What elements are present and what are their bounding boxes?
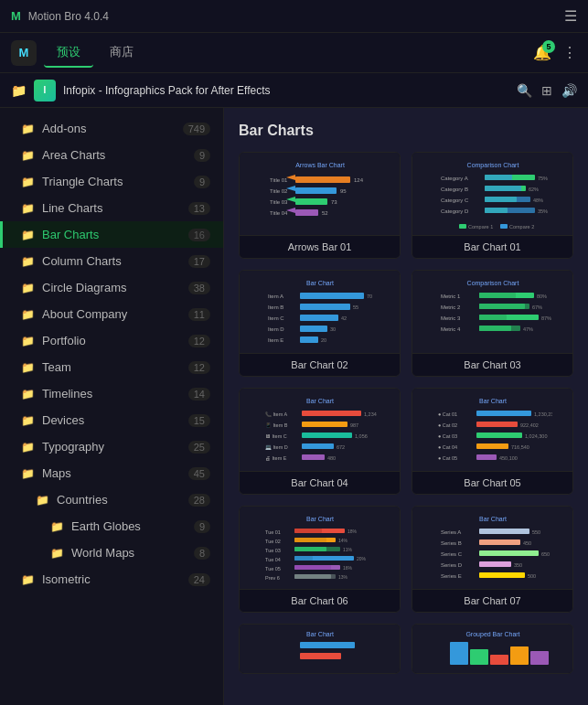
svg-rect-76 (302, 422, 347, 427)
chart-card-arrows-bar-01[interactable]: Arrows Bar Chart Title 01 124 Title 02 9… (239, 152, 401, 259)
svg-rect-152 (530, 651, 549, 665)
svg-rect-145 (300, 642, 355, 648)
sidebar-item-earth-globes[interactable]: 📁Earth Globes 9 (0, 513, 223, 539)
sidebar-item-addons[interactable]: 📁Add-ons 749 (0, 115, 223, 142)
svg-text:Item D: Item D (268, 326, 284, 332)
svg-rect-61 (479, 304, 529, 309)
svg-text:20: 20 (321, 337, 326, 343)
svg-rect-142 (479, 572, 525, 578)
nav-bar: M 预设 商店 🔔 5 ⋮ (0, 33, 588, 73)
nav-right: 🔔 5 ⋮ (533, 44, 577, 61)
svg-text:Title 01: Title 01 (270, 177, 288, 183)
svg-rect-3 (295, 176, 350, 183)
grid-view-icon[interactable]: ⊞ (541, 83, 552, 98)
svg-text:62%: 62% (529, 187, 539, 192)
svg-text:500: 500 (528, 573, 536, 579)
svg-rect-34 (459, 224, 466, 229)
chart-card-bar-chart-02[interactable]: Bar Chart Item A 70 Item B 55 Item C 42 … (239, 270, 401, 377)
svg-text:11%: 11% (343, 547, 353, 552)
pack-name: Infopix - Infographics Pack for After Ef… (63, 84, 271, 97)
svg-text:1,056: 1,056 (355, 433, 368, 439)
sidebar-item-devices[interactable]: 📁Devices 15 (0, 407, 223, 433)
sidebar-item-bar-charts[interactable]: 📁Bar Charts 16 (0, 221, 223, 248)
chart-preview-bar-chart-02: Bar Chart Item A 70 Item B 55 Item C 42 … (240, 271, 400, 353)
svg-text:● Cat 03: ● Cat 03 (438, 433, 457, 439)
svg-rect-85 (302, 454, 325, 460)
sidebar-item-column-charts[interactable]: 📁Column Charts 17 (0, 248, 223, 274)
sidebar-item-isometric[interactable]: 📁Isometric 24 (0, 566, 223, 593)
sidebar-item-timelines[interactable]: 📁Timelines 14 (0, 380, 223, 407)
sidebar-item-area-charts[interactable]: 📁Area Charts 9 (0, 142, 223, 168)
chart-card-bar-chart-01[interactable]: Comparison Chart Category A 75% Category… (412, 152, 573, 259)
svg-rect-32 (485, 208, 535, 213)
svg-marker-14 (286, 208, 295, 213)
svg-text:Category A: Category A (441, 176, 468, 181)
notification-button[interactable]: 🔔 5 (533, 44, 551, 61)
sidebar-item-line-charts[interactable]: 📁Line Charts 13 (0, 195, 223, 221)
svg-text:350: 350 (514, 562, 522, 568)
sidebar-item-world-maps[interactable]: 📁World Maps 8 (0, 539, 223, 566)
svg-rect-98 (476, 443, 508, 449)
svg-text:🖨 Item E: 🖨 Item E (265, 455, 287, 461)
svg-text:Item B: Item B (268, 304, 283, 310)
svg-rect-15 (295, 209, 318, 216)
svg-text:Bar Chart: Bar Chart (479, 398, 507, 404)
svg-text:Metric 1: Metric 1 (441, 294, 461, 299)
sidebar-item-countries[interactable]: 📁Countries 28 (0, 486, 223, 513)
sidebar-item-circle-diagrams[interactable]: 📁Circle Diagrams 38 (0, 274, 223, 301)
search-icon[interactable]: 🔍 (517, 83, 532, 98)
chart-card-bar-chart-08[interactable]: Bar Chart (239, 624, 401, 674)
svg-rect-43 (300, 304, 350, 310)
svg-text:16%: 16% (343, 565, 353, 571)
svg-text:Compare 1: Compare 1 (468, 224, 493, 230)
menu-icon[interactable]: ☰ (564, 7, 577, 25)
chart-card-bar-chart-05[interactable]: Bar Chart ● Cat 01 1,230,230 ● Cat 02 92… (412, 388, 573, 495)
svg-text:18%: 18% (347, 529, 358, 534)
svg-text:Category B: Category B (441, 187, 468, 192)
svg-text:47%: 47% (523, 326, 533, 332)
svg-text:Tue 01: Tue 01 (265, 529, 281, 535)
svg-text:Series A: Series A (441, 529, 461, 535)
svg-rect-89 (476, 411, 531, 416)
svg-text:📱 Item B: 📱 Item B (265, 422, 288, 429)
sidebar-item-team[interactable]: 📁Team 12 (0, 354, 223, 380)
sidebar-item-typography[interactable]: 📁Typography 25 (0, 433, 223, 460)
tab-store[interactable]: 商店 (97, 38, 146, 68)
chart-preview-grouped-bar: Grouped Bar Chart (412, 625, 572, 674)
sidebar-item-about-company[interactable]: 📁About Company 11 (0, 301, 223, 327)
svg-text:📞 Item A: 📞 Item A (265, 411, 287, 418)
svg-text:987: 987 (350, 422, 358, 428)
svg-text:42: 42 (341, 315, 347, 321)
svg-text:13%: 13% (338, 574, 348, 580)
svg-text:450: 450 (523, 540, 531, 546)
svg-text:Grouped Bar Chart: Grouped Bar Chart (465, 631, 519, 638)
svg-text:💻 Item D: 💻 Item D (265, 443, 288, 451)
svg-rect-146 (300, 653, 341, 659)
sidebar-item-triangle-charts[interactable]: 📁Triangle Charts 9 (0, 168, 223, 195)
content-area: Bar Charts Arrows Bar Chart Title 01 124… (224, 108, 588, 705)
svg-rect-52 (300, 336, 318, 343)
svg-text:● Cat 01: ● Cat 01 (438, 411, 457, 417)
main-layout: 📁Add-ons 749 📁Area Charts 9 📁Triangle Ch… (0, 108, 588, 705)
svg-rect-106 (294, 529, 322, 533)
app-logo-small: M (11, 9, 21, 23)
chart-card-bar-chart-04[interactable]: Bar Chart 📞 Item A 1,234 📱 Item B 987 🖥 … (239, 388, 401, 495)
chart-card-bar-chart-06[interactable]: Bar Chart Tue 01 18% Tue 02 14% Tue 03 (239, 506, 401, 613)
sidebar-item-maps[interactable]: 📁Maps 45 (0, 460, 223, 486)
more-menu-icon[interactable]: ⋮ (562, 44, 577, 61)
chart-card-bar-chart-03[interactable]: Comparison Chart Metric 1 80% Metric 2 6… (412, 270, 573, 377)
chart-card-bar-chart-07[interactable]: Bar Chart Series A 550 Series B 450 Seri… (412, 506, 573, 613)
notification-badge: 5 (542, 40, 555, 53)
chart-card-grouped-bar[interactable]: Grouped Bar Chart (412, 624, 573, 674)
svg-text:Title 03: Title 03 (270, 199, 288, 205)
audio-icon[interactable]: 🔊 (561, 83, 577, 98)
chart-preview-bar-chart-03: Comparison Chart Metric 1 80% Metric 2 6… (412, 271, 572, 353)
svg-marker-10 (286, 197, 295, 202)
svg-text:● Cat 02: ● Cat 02 (438, 422, 457, 428)
svg-rect-28 (485, 197, 530, 202)
sidebar-item-portfolio[interactable]: 📁Portfolio 12 (0, 327, 223, 354)
sidebar: 📁Add-ons 749 📁Area Charts 9 📁Triangle Ch… (0, 108, 224, 705)
svg-text:48%: 48% (533, 198, 543, 203)
svg-text:● Cat 04: ● Cat 04 (438, 444, 457, 450)
tab-presets[interactable]: 预设 (44, 38, 93, 68)
